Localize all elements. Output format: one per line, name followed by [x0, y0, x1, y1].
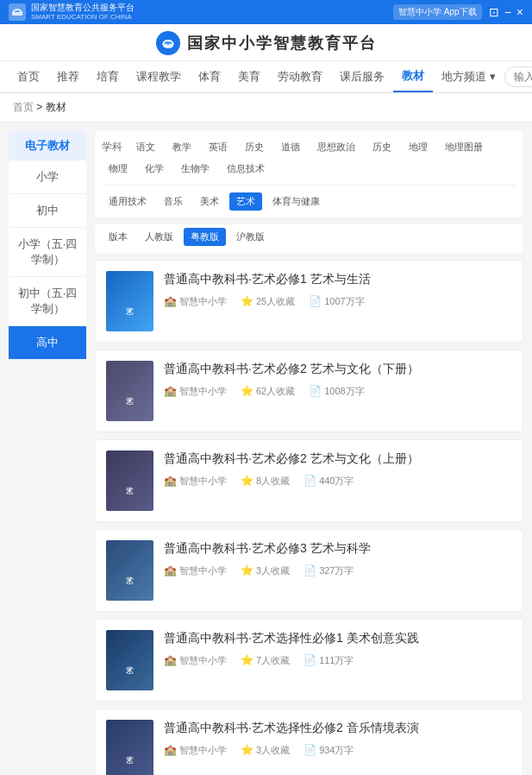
book-meta-3: 🏫智慧中小学 ⭐3人收藏 📄327万字	[164, 564, 512, 577]
site-title: 国家中小学智慧教育平台	[187, 33, 377, 54]
nav-item-arts[interactable]: 美育	[229, 62, 269, 91]
nav-item-home[interactable]: 首页	[9, 62, 48, 91]
book-cover-4[interactable]: 艺术	[106, 630, 153, 690]
version-yuejiao[interactable]: 粤教版	[184, 228, 226, 246]
book-publisher-2: 🏫智慧中小学	[164, 475, 227, 488]
filter-tongyong[interactable]: 通用技术	[102, 192, 153, 211]
book-info-5: 普通高中教科书·艺术选择性必修2 音乐情境表演 🏫智慧中小学 ⭐3人收藏 📄93…	[164, 720, 512, 757]
nav-item-textbook[interactable]: 教材	[393, 61, 433, 92]
book-item: 艺术 普通高中教科书·艺术选择性必修2 音乐情境表演 🏫智慧中小学 ⭐3人收藏 …	[95, 709, 523, 775]
top-bar: 国家智慧教育公共服务平台 SMART EDUCATION OF CHINA 智慧…	[0, 0, 532, 24]
book-title-0[interactable]: 普通高中教科书·艺术必修1 艺术与生活	[164, 271, 512, 288]
book-cover-2[interactable]: 艺术	[106, 451, 153, 511]
filter-diliche[interactable]: 地理图册	[438, 138, 490, 156]
subject-filter-row: 学科 语文 教学 英语 历史 道德 思想政治 历史 地理 地理图册 物理 化学 …	[95, 131, 523, 217]
version-label: 版本	[102, 228, 135, 246]
app-download-btn[interactable]: 智慧中小学 App下载	[393, 4, 482, 20]
nav-item-sports[interactable]: 体育	[190, 62, 229, 91]
book-meta-4: 🏫智慧中小学 ⭐7人收藏 📄111万字	[164, 654, 512, 667]
filter-shengwu[interactable]: 生物学	[174, 160, 216, 178]
version-renjiao[interactable]: 人教版	[138, 228, 180, 246]
book-collections-0: ⭐25人收藏	[241, 295, 295, 308]
nav-item-labor[interactable]: 劳动教育	[269, 62, 331, 91]
main-header: 国家中小学智慧教育平台 首页 推荐 培育 课程教学 体育 美育 劳动教育 课后服…	[0, 24, 532, 93]
book-publisher-1: 🏫智慧中小学	[164, 385, 227, 398]
book-cover-0[interactable]: 艺术	[106, 271, 153, 331]
book-size-1: 📄1008万字	[309, 385, 364, 398]
top-bar-left: 国家智慧教育公共服务平台 SMART EDUCATION OF CHINA	[9, 3, 135, 22]
book-item: 艺术 普通高中教科书·艺术必修2 艺术与文化（下册） 🏫智慧中小学 ⭐62人收藏…	[95, 350, 523, 432]
svg-point-3	[166, 41, 170, 45]
nav-item-local[interactable]: 地方频道 ▾	[433, 62, 504, 91]
book-collections-5: ⭐3人收藏	[241, 744, 290, 757]
filter-yishu[interactable]: 艺术	[229, 192, 262, 211]
content-area: 电子教材 小学 初中 小学（五·四学制） 初中（五·四学制） 高中 学科 语文 …	[0, 123, 532, 775]
version-hujiao[interactable]: 沪教版	[229, 228, 272, 246]
filter-lishi2[interactable]: 历史	[366, 138, 398, 156]
top-bar-right: 智慧中小学 App下载 ⊡ − ×	[393, 4, 523, 20]
book-publisher-0: 🏫智慧中小学	[164, 295, 227, 308]
book-info-2: 普通高中教科书·艺术必修2 艺术与文化（上册） 🏫智慧中小学 ⭐8人收藏 📄44…	[164, 451, 512, 488]
filter-lishi1[interactable]: 历史	[238, 138, 271, 156]
minimize-icon[interactable]: −	[504, 5, 511, 19]
book-meta-2: 🏫智慧中小学 ⭐8人收藏 📄440万字	[164, 475, 512, 488]
sidebar-item-middle[interactable]: 初中	[9, 194, 86, 228]
sidebar-item-middle-54[interactable]: 初中（五·四学制）	[9, 277, 86, 326]
filter-meishu[interactable]: 美术	[193, 192, 226, 211]
filter-xinxi[interactable]: 信息技术	[220, 160, 272, 178]
book-title-2[interactable]: 普通高中教科书·艺术必修2 艺术与文化（上册）	[164, 451, 512, 468]
filter-dili[interactable]: 地理	[402, 138, 435, 156]
book-item: 艺术 普通高中教科书·艺术必修1 艺术与生活 🏫智慧中小学 ⭐25人收藏 📄10…	[95, 260, 523, 343]
filter-yinyue[interactable]: 音乐	[157, 192, 190, 211]
book-cover-1[interactable]: 艺术	[106, 361, 153, 421]
book-title-4[interactable]: 普通高中教科书·艺术选择性必修1 美术创意实践	[164, 630, 512, 647]
book-cover-5[interactable]: 艺术	[106, 720, 153, 775]
platform-name: 国家智慧教育公共服务平台 SMART EDUCATION OF CHINA	[31, 3, 135, 22]
book-item: 艺术 普通高中教科书·艺术必修2 艺术与文化（上册） 🏫智慧中小学 ⭐8人收藏 …	[95, 439, 523, 522]
book-info-1: 普通高中教科书·艺术必修2 艺术与文化（下册） 🏫智慧中小学 ⭐62人收藏 📄1…	[164, 361, 512, 398]
book-info-4: 普通高中教科书·艺术选择性必修1 美术创意实践 🏫智慧中小学 ⭐7人收藏 📄11…	[164, 630, 512, 667]
filter-wuli[interactable]: 物理	[102, 160, 135, 178]
filter-daode[interactable]: 道德	[274, 138, 307, 156]
book-size-4: 📄111万字	[304, 654, 354, 667]
book-publisher-3: 🏫智慧中小学	[164, 564, 227, 577]
filter-sixiangzhengzhi[interactable]: 思想政治	[310, 138, 362, 156]
filter-jiaoxue[interactable]: 教学	[166, 138, 198, 156]
sidebar-item-primary[interactable]: 小学	[9, 161, 86, 194]
search-input[interactable]	[504, 66, 532, 87]
filter-tiyu[interactable]: 体育与健康	[266, 192, 327, 211]
book-size-2: 📄440万字	[304, 475, 354, 488]
filter-yuwen[interactable]: 语文	[129, 138, 162, 156]
breadcrumb-sep: >	[36, 101, 45, 113]
book-title-3[interactable]: 普通高中教科书·艺术必修3 艺术与科学	[164, 540, 512, 558]
book-meta-5: 🏫智慧中小学 ⭐3人收藏 📄934万字	[164, 744, 512, 757]
sidebar-item-primary-54[interactable]: 小学（五·四学制）	[9, 228, 86, 277]
sidebar: 电子教材 小学 初中 小学（五·四学制） 初中（五·四学制） 高中	[9, 131, 86, 775]
book-title-5[interactable]: 普通高中教科书·艺术选择性必修2 音乐情境表演	[164, 720, 512, 737]
breadcrumb-current: 教材	[46, 101, 66, 113]
filter-huaxue[interactable]: 化学	[138, 160, 171, 178]
nav-item-afterschool[interactable]: 课后服务	[331, 62, 393, 91]
book-cover-3[interactable]: 艺术	[106, 540, 153, 601]
window-icon[interactable]: ⊡	[489, 5, 499, 19]
nav-item-recommend[interactable]: 推荐	[48, 62, 88, 91]
book-collections-4: ⭐7人收藏	[241, 654, 290, 667]
book-title-1[interactable]: 普通高中教科书·艺术必修2 艺术与文化（下册）	[164, 361, 512, 378]
close-icon[interactable]: ×	[516, 5, 523, 19]
book-size-3: 📄327万字	[304, 564, 354, 577]
book-publisher-5: 🏫智慧中小学	[164, 744, 227, 757]
platform-logo-icon	[9, 3, 26, 21]
book-info-0: 普通高中教科书·艺术必修1 艺术与生活 🏫智慧中小学 ⭐25人收藏 📄1007万…	[164, 271, 512, 308]
book-size-5: 📄934万字	[304, 744, 354, 757]
svg-rect-1	[12, 12, 22, 16]
book-meta-0: 🏫智慧中小学 ⭐25人收藏 📄1007万字	[164, 295, 512, 308]
book-list: 艺术 普通高中教科书·艺术必修1 艺术与生活 🏫智慧中小学 ⭐25人收藏 📄10…	[95, 260, 523, 775]
nav-item-training[interactable]: 培育	[88, 62, 128, 91]
filter-yingyu[interactable]: 英语	[202, 138, 235, 156]
sidebar-title: 电子教材	[9, 131, 86, 161]
book-info-3: 普通高中教科书·艺术必修3 艺术与科学 🏫智慧中小学 ⭐3人收藏 📄327万字	[164, 540, 512, 577]
sidebar-item-high[interactable]: 高中	[9, 326, 86, 360]
nav-item-curriculum[interactable]: 课程教学	[128, 62, 190, 91]
book-collections-2: ⭐8人收藏	[241, 475, 290, 488]
breadcrumb-home[interactable]: 首页	[13, 101, 34, 113]
